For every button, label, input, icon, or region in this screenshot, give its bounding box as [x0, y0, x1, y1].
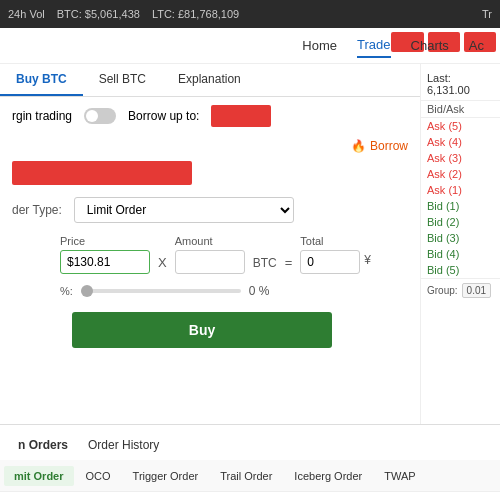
bid-3[interactable]: Bid (3) — [421, 230, 500, 246]
ask-4[interactable]: Ask (4) — [421, 134, 500, 150]
bottom-tabs: n Orders Order History — [0, 424, 500, 460]
bid-4[interactable]: Bid (4) — [421, 246, 500, 262]
borrow-box — [211, 105, 271, 127]
buy-btn-row: Buy — [0, 304, 420, 356]
order-tab-iceberg[interactable]: Iceberg Order — [284, 466, 372, 486]
order-tab-limit[interactable]: mit Order — [4, 466, 74, 486]
percent-label: %: — [60, 285, 73, 297]
group-value: 0.01 — [462, 283, 491, 298]
total-group: Total ¥ — [300, 235, 371, 274]
order-type-row: der Type: Limit Order Market Order Stop … — [0, 189, 420, 231]
order-tab-twap[interactable]: TWAP — [374, 466, 425, 486]
price-group: Price — [60, 235, 150, 274]
ask-3[interactable]: Ask (3) — [421, 150, 500, 166]
percent-slider[interactable] — [81, 289, 241, 293]
right-panel: Last: 6,131.00 Bid/Ask Ask (5) Ask (4) A… — [420, 64, 500, 424]
borrow-button[interactable]: Borrow — [370, 139, 408, 153]
amount-label: Amount — [175, 235, 245, 247]
main-layout: Buy BTC Sell BTC Explanation rgin tradin… — [0, 64, 500, 424]
price-label: Price — [60, 235, 150, 247]
total-label: Total — [300, 235, 371, 247]
ask-1[interactable]: Ask (1) — [421, 182, 500, 198]
tab-sell-btc[interactable]: Sell BTC — [83, 64, 162, 96]
order-tab-trail[interactable]: Trail Order — [210, 466, 282, 486]
left-panel: Buy BTC Sell BTC Explanation rgin tradin… — [0, 64, 420, 424]
margin-toggle[interactable] — [84, 108, 116, 124]
price-input[interactable] — [60, 250, 150, 274]
vol-label: 24h Vol — [8, 8, 45, 20]
nav-item-home[interactable]: Home — [302, 34, 337, 57]
bid-ask-label: Bid/Ask — [421, 101, 500, 118]
buy-button[interactable]: Buy — [72, 312, 332, 348]
bid-5[interactable]: Bid (5) — [421, 262, 500, 278]
nav-items: Home Trade Charts Ac — [302, 33, 484, 58]
nav: Home Trade Charts Ac — [0, 28, 500, 64]
order-tab-oco[interactable]: OCO — [76, 466, 121, 486]
order-type-label: der Type: — [12, 203, 62, 217]
borrow-section: 🔥 Borrow — [0, 135, 420, 157]
trade-tabs: Buy BTC Sell BTC Explanation — [0, 64, 420, 97]
ltc-price: LTC: £81,768,109 — [152, 8, 239, 20]
bid-1[interactable]: Bid (1) — [421, 198, 500, 214]
margin-row: rgin trading Borrow up to: — [0, 97, 420, 135]
btc-price: BTC: $5,061,438 — [57, 8, 140, 20]
borrow-up-to-label: Borrow up to: — [128, 109, 199, 123]
fields-row: Price X Amount BTC = Total ¥ — [0, 231, 420, 278]
group-row: Group: 0.01 — [421, 278, 500, 302]
amount-group: Amount — [175, 235, 245, 274]
red-bar — [12, 161, 192, 185]
group-label: Group: — [427, 285, 458, 296]
btc-label: BTC — [253, 256, 277, 274]
nav-item-ac[interactable]: Ac — [469, 34, 484, 57]
order-tab-trigger[interactable]: Trigger Order — [123, 466, 209, 486]
percent-row: %: 0 % — [0, 278, 420, 304]
total-input[interactable] — [300, 250, 360, 274]
top-bar-right: Tr — [482, 8, 492, 20]
tab-buy-btc[interactable]: Buy BTC — [0, 64, 83, 96]
nav-item-charts[interactable]: Charts — [411, 34, 449, 57]
order-type-tabs: mit Order OCO Trigger Order Trail Order … — [0, 460, 500, 492]
top-bar: 24h Vol BTC: $5,061,438 LTC: £81,768,109… — [0, 0, 500, 28]
multiply-sep: X — [158, 255, 167, 274]
percent-value: 0 % — [249, 284, 270, 298]
nav-item-trade[interactable]: Trade — [357, 33, 390, 58]
fire-icon: 🔥 — [351, 139, 366, 153]
order-type-select[interactable]: Limit Order Market Order Stop Order — [74, 197, 294, 223]
equals-sep: = — [285, 255, 293, 274]
tab-order-history[interactable]: Order History — [78, 432, 169, 460]
tab-open-orders[interactable]: n Orders — [8, 432, 78, 460]
tab-explanation[interactable]: Explanation — [162, 64, 257, 96]
last-value: 6,131.00 — [427, 84, 470, 96]
ask-2[interactable]: Ask (2) — [421, 166, 500, 182]
last-price: Last: 6,131.00 — [421, 68, 500, 101]
amount-input[interactable] — [175, 250, 245, 274]
bid-2[interactable]: Bid (2) — [421, 214, 500, 230]
last-label: Last: — [427, 72, 451, 84]
top-bar-left: 24h Vol BTC: $5,061,438 LTC: £81,768,109 — [8, 8, 239, 20]
margin-label: rgin trading — [12, 109, 72, 123]
currency-label: ¥ — [364, 253, 371, 271]
ask-5[interactable]: Ask (5) — [421, 118, 500, 134]
